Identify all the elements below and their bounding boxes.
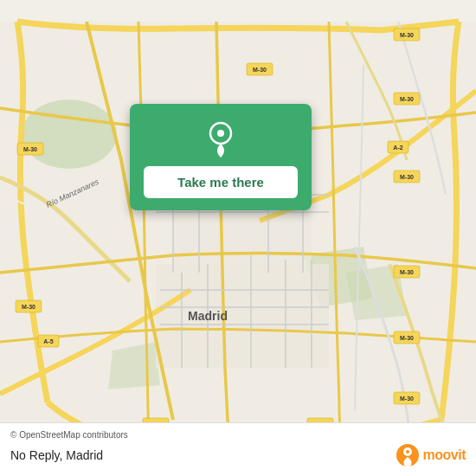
svg-text:M-30: M-30 xyxy=(400,32,414,38)
location-name: No Reply, Madrid xyxy=(10,448,103,462)
svg-text:M-30: M-30 xyxy=(400,96,414,102)
svg-text:A-5: A-5 xyxy=(43,338,53,344)
svg-point-36 xyxy=(217,130,224,137)
svg-text:Madrid: Madrid xyxy=(188,309,228,323)
bottom-info-row: No Reply, Madrid moovit xyxy=(10,443,466,467)
svg-text:M-30: M-30 xyxy=(400,396,414,402)
map-container: M-30 M-30 M-30 M-30 M-30 M-30 M-30 M-30 … xyxy=(0,0,476,476)
svg-point-39 xyxy=(406,450,409,453)
moovit-logo: moovit xyxy=(396,443,466,467)
svg-text:M-30: M-30 xyxy=(22,304,35,310)
svg-text:M-30: M-30 xyxy=(400,335,414,341)
location-pin-icon xyxy=(202,119,240,158)
svg-text:M-30: M-30 xyxy=(23,146,37,152)
take-me-there-button[interactable]: Take me there xyxy=(144,166,298,198)
svg-point-1 xyxy=(22,100,117,169)
svg-text:M-30: M-30 xyxy=(253,67,267,73)
moovit-label: moovit xyxy=(423,447,466,463)
moovit-brand-icon xyxy=(396,443,420,467)
svg-text:M-30: M-30 xyxy=(400,269,414,275)
osm-attribution: © OpenStreetMap contributors xyxy=(10,430,466,440)
location-card: Take me there xyxy=(130,104,312,210)
svg-text:M-30: M-30 xyxy=(400,174,414,180)
bottom-bar: © OpenStreetMap contributors No Reply, M… xyxy=(0,422,476,476)
svg-text:A-2: A-2 xyxy=(393,145,402,151)
map-roads: M-30 M-30 M-30 M-30 M-30 M-30 M-30 M-30 … xyxy=(0,0,476,476)
